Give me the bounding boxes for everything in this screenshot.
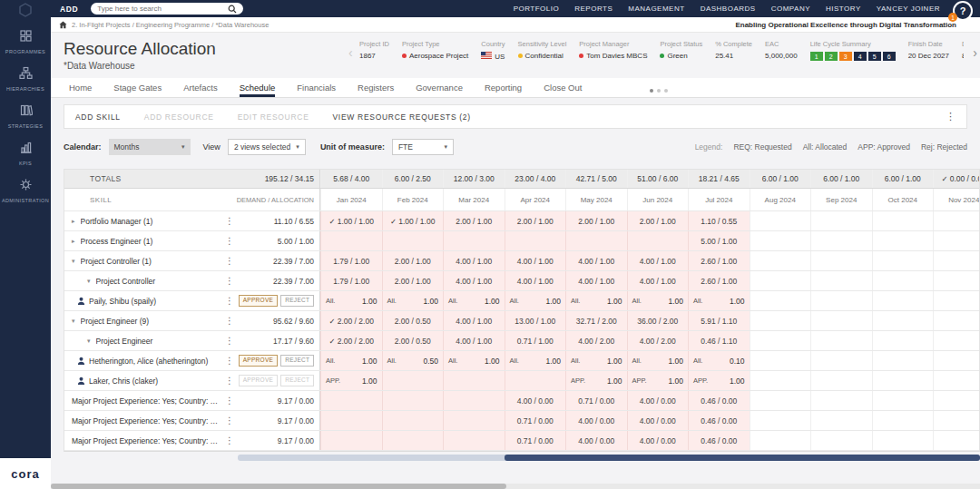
tab-stage-gates[interactable]: Stage Gates — [113, 78, 162, 97]
chevron-right-icon[interactable]: ▸ — [72, 238, 75, 245]
tab-schedule[interactable]: Schedule — [240, 78, 276, 97]
sidebar-item-strategies[interactable]: STRATEGIES — [8, 103, 43, 129]
month-header[interactable]: May 2024 — [565, 189, 627, 210]
chevron-down-icon[interactable]: ▾ — [87, 337, 91, 345]
month-cell: 0.71 / 1.00 — [505, 331, 566, 350]
uom-select[interactable]: FTE ▾ — [392, 139, 454, 155]
lifecycle-stage[interactable]: 6 — [883, 52, 896, 61]
lifecycle-stage[interactable]: 2 — [825, 52, 838, 61]
fields-prev-icon[interactable]: ‹ — [348, 45, 353, 60]
row-menu-icon[interactable]: ⋮ — [225, 416, 234, 425]
row-menu-icon[interactable]: ⋮ — [225, 216, 234, 226]
page-hscrollbar[interactable] — [51, 484, 980, 489]
row-menu-icon[interactable]: ⋮ — [225, 336, 234, 346]
home-icon[interactable] — [59, 16, 67, 33]
administration-icon — [19, 178, 33, 195]
tab-artefacts[interactable]: Artefacts — [183, 78, 218, 97]
table-row: Hetherington, Alice (ahetherington)⋮APPR… — [64, 351, 979, 371]
skill-cell: ▾Project Engineer (9)⋮ — [64, 311, 239, 330]
row-menu-icon[interactable]: ⋮ — [225, 256, 234, 266]
month-cell: 2.60 / 1.00 — [688, 271, 750, 290]
month-header[interactable]: Nov 2024 — [933, 189, 980, 210]
row-menu-icon[interactable]: ⋮ — [225, 435, 234, 445]
row-menu-icon[interactable]: ⋮ — [225, 316, 234, 326]
tab-governance[interactable]: Governance — [416, 78, 463, 97]
demand-cell: 17.17 / 9.60 — [239, 331, 320, 350]
tab-reporting[interactable]: Reporting — [485, 78, 522, 97]
row-menu-icon[interactable]: ⋮ — [225, 276, 234, 286]
lifecycle-stage[interactable]: 5 — [868, 52, 881, 61]
row-menu-icon[interactable]: ⋮ — [225, 296, 234, 306]
chevron-down-icon[interactable]: ▾ — [72, 318, 75, 325]
notification-badge[interactable]: 1 — [948, 13, 957, 22]
topmenu-management[interactable]: MANAGEMENT — [628, 5, 684, 13]
sidebar-item-administration[interactable]: ADMINISTRATION — [2, 178, 49, 203]
reject-button[interactable]: REJECT — [280, 295, 314, 307]
month-header[interactable]: Apr 2024 — [505, 189, 566, 210]
page-hscroll-thumb[interactable] — [51, 484, 506, 489]
lifecycle-stage[interactable]: 4 — [854, 52, 867, 61]
add-button[interactable]: ADD — [60, 5, 78, 14]
breadcrumb[interactable]: 2. In-Flight Projects / Engineering Prog… — [72, 21, 269, 29]
chevron-down-icon[interactable]: ▾ — [72, 258, 75, 265]
chevron-down-icon[interactable]: ▾ — [87, 278, 91, 285]
tab-registers[interactable]: Registers — [358, 78, 394, 97]
calendar-select[interactable]: Months ▾ — [109, 139, 191, 155]
tab-close-out[interactable]: Close Out — [544, 78, 582, 97]
month-cell — [750, 291, 811, 310]
row-menu-icon[interactable]: ⋮ — [225, 396, 234, 406]
row-menu-icon[interactable]: ⋮ — [225, 356, 234, 366]
topmenu-portfolio[interactable]: PORTFOLIO — [514, 5, 560, 13]
app-logo-icon[interactable] — [18, 2, 33, 18]
month-header[interactable]: Sep 2024 — [810, 189, 872, 210]
month-header[interactable]: Jul 2024 — [688, 189, 750, 210]
topmenu-history[interactable]: HISTORY — [826, 5, 861, 13]
fields-next-icon[interactable]: › — [973, 45, 977, 60]
month-header[interactable]: Jun 2024 — [627, 189, 689, 210]
status-tag: APP. — [571, 377, 585, 385]
tab-financials[interactable]: Financials — [297, 78, 336, 97]
approve-button[interactable]: APPROVE — [239, 355, 279, 367]
month-cell: 4.00 / 0.00 — [627, 391, 689, 410]
action-add-skill[interactable]: ADD SKILL — [75, 112, 121, 122]
chevron-right-icon[interactable]: ▸ — [72, 218, 75, 225]
month-cell: 4.00 / 0.00 — [627, 431, 689, 450]
fields-pager-dots[interactable] — [650, 89, 668, 93]
topmenu-dashboards[interactable]: DASHBOARDS — [701, 5, 756, 13]
month-header[interactable]: Mar 2024 — [443, 189, 505, 210]
tab-home[interactable]: Home — [69, 78, 92, 97]
month-header[interactable]: Jan 2024 — [320, 189, 382, 210]
breadcrumb-bar: 2. In-Flight Projects / Engineering Prog… — [51, 17, 980, 33]
lifecycle-stage[interactable]: 3 — [839, 52, 852, 61]
month-cell — [872, 211, 934, 230]
alloc-value: 1.00 — [362, 297, 377, 306]
field-eac: EAC5,000,000 — [765, 40, 798, 61]
table-hscroll-thumb[interactable] — [505, 455, 980, 461]
month-header[interactable]: Oct 2024 — [872, 189, 934, 210]
search-icon[interactable] — [228, 1, 237, 17]
topmenu-reports[interactable]: REPORTS — [574, 5, 612, 13]
sidebar-item-programmes[interactable]: PROGRAMMES — [5, 29, 45, 54]
field-value: US — [481, 52, 505, 61]
topmenu-yancey-joiner[interactable]: YANCEY JOINER — [877, 5, 940, 13]
approve-button[interactable]: APPROVE — [239, 295, 279, 307]
row-menu-icon[interactable]: ⋮ — [225, 376, 234, 386]
field-label: Project Manager — [579, 40, 647, 48]
lifecycle-stage[interactable]: 1 — [810, 52, 823, 61]
row-menu-icon[interactable]: ⋮ — [225, 236, 234, 246]
search-input[interactable] — [97, 5, 228, 13]
month-header[interactable]: Aug 2024 — [750, 189, 811, 210]
table-row: Major Project Experience: Yes; Country: … — [64, 431, 979, 451]
action-view-resource-requests-2[interactable]: VIEW RESOURCE REQUESTS (2) — [333, 112, 471, 122]
view-select[interactable]: 2 views selected ▾ — [228, 139, 306, 155]
sidebar-item-kpis[interactable]: KPIS — [19, 141, 33, 166]
month-cell — [750, 351, 811, 370]
sidebar-item-hierarchies[interactable]: HIERARCHIES — [6, 66, 44, 92]
month-header[interactable]: Feb 2024 — [382, 189, 444, 210]
table-hscrollbar[interactable] — [238, 455, 980, 461]
actions-menu-icon[interactable]: ⋮ — [946, 111, 956, 122]
search-box[interactable] — [91, 3, 243, 15]
reject-button[interactable]: REJECT — [280, 355, 314, 367]
topmenu-company[interactable]: COMPANY — [771, 5, 810, 13]
month-cell: APP.1.00 — [627, 371, 689, 390]
